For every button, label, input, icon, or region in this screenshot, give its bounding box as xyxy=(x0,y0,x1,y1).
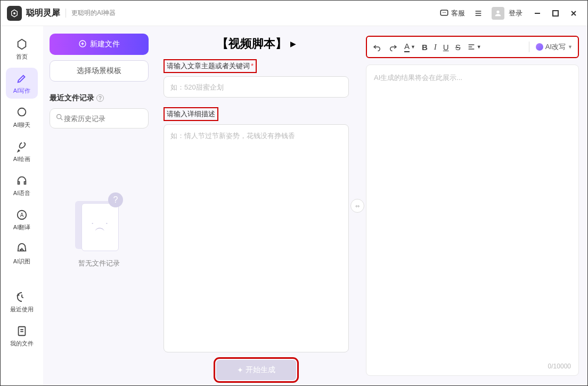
divider xyxy=(529,42,529,52)
nav-label: AI写作 xyxy=(13,87,30,95)
titlebar: 聪明灵犀 更聪明的AI神器 客服 登录 xyxy=(1,1,587,26)
description-textarea[interactable] xyxy=(164,124,349,352)
file-panel: 新建文件 选择场景模板 最近文件记录 ? ˙︵˙ ? 暂无文件记录 xyxy=(43,26,155,385)
nav-label: 我的文件 xyxy=(10,340,34,348)
minimize-icon xyxy=(534,10,541,17)
editor-toolbar: A ▼ B I U S ▼ AI改写 ▼ xyxy=(366,36,579,58)
avatar-icon xyxy=(492,7,504,20)
desc-label: 请输入详细描述 xyxy=(164,107,218,121)
empty-state: ˙︵˙ ? 暂无文件记录 xyxy=(50,192,149,268)
headphones-icon xyxy=(15,174,28,187)
image-icon xyxy=(15,243,28,255)
required-star: * xyxy=(251,62,254,70)
nav-label: AI识图 xyxy=(13,258,30,266)
character-counter: 0/10000 xyxy=(548,363,571,370)
strikethrough-button[interactable]: S xyxy=(455,43,461,52)
generate-button[interactable]: ✦ 开始生成 xyxy=(216,360,296,380)
customer-service-button[interactable]: 客服 xyxy=(435,6,469,20)
nav-label: AI翻译 xyxy=(13,223,30,231)
output-panel: ⇔ A ▼ B I U S ▼ AI改写 ▼ AI生成的结果将会在此展示... … xyxy=(357,26,587,385)
align-button[interactable]: ▼ xyxy=(467,43,481,51)
empty-illustration: ˙︵˙ ? xyxy=(75,192,123,251)
topic-input[interactable] xyxy=(164,76,349,98)
svg-point-12 xyxy=(57,115,61,119)
login-button[interactable]: 登录 xyxy=(487,5,527,22)
svg-point-7 xyxy=(18,108,26,116)
topic-label: 请输入文章主题或者关键词* xyxy=(164,59,257,73)
chat-bubble-icon xyxy=(439,9,449,18)
scene-template-label: 选择场景模板 xyxy=(77,66,121,75)
search-icon xyxy=(55,113,64,124)
output-placeholder: AI生成的结果将会在此展示... xyxy=(374,74,462,82)
app-name: 聪明灵犀 xyxy=(26,7,60,19)
nav-ai-translate[interactable]: A AI翻译 xyxy=(6,204,38,235)
chevron-down-icon: ▼ xyxy=(411,44,415,50)
plus-icon xyxy=(78,39,87,50)
close-icon xyxy=(570,10,577,17)
script-title: 【视频脚本】 xyxy=(217,36,287,52)
chat-icon xyxy=(15,106,28,119)
play-icon[interactable]: ▶ xyxy=(290,39,296,48)
new-file-label: 新建文件 xyxy=(90,39,120,49)
window-minimize-button[interactable] xyxy=(530,6,545,21)
svg-text:A: A xyxy=(20,212,24,218)
nav-ai-writing[interactable]: AI写作 xyxy=(6,68,38,99)
svg-point-5 xyxy=(496,10,499,13)
ai-rewrite-label: AI改写 xyxy=(545,42,566,52)
translate-icon: A xyxy=(15,208,28,221)
home-icon xyxy=(15,38,28,51)
nav-label: AI绘画 xyxy=(13,155,30,163)
new-file-button[interactable]: 新建文件 xyxy=(50,34,149,55)
align-icon xyxy=(467,43,476,51)
font-color-button[interactable]: A ▼ xyxy=(404,42,415,52)
nav-ai-chat[interactable]: AI聊天 xyxy=(6,102,38,133)
side-nav: 首页 AI写作 AI聊天 AI绘画 AI语音 A AI翻译 AI识图 xyxy=(1,26,43,385)
nav-home[interactable]: 首页 xyxy=(6,34,38,65)
nav-ai-paint[interactable]: AI绘画 xyxy=(6,136,38,167)
empty-text: 暂无文件记录 xyxy=(78,259,120,268)
undo-button[interactable] xyxy=(372,42,382,52)
generate-label: 开始生成 xyxy=(246,365,275,375)
nav-my-files[interactable]: 我的文件 xyxy=(6,320,38,351)
underline-button[interactable]: U xyxy=(443,43,449,52)
maximize-icon xyxy=(552,10,559,17)
font-color-icon: A xyxy=(404,42,410,52)
nav-ai-image[interactable]: AI识图 xyxy=(6,238,38,269)
logo-hex-icon xyxy=(10,9,19,18)
search-box[interactable] xyxy=(50,108,149,128)
output-area[interactable]: AI生成的结果将会在此展示... 0/10000 xyxy=(366,65,579,376)
hamburger-icon xyxy=(473,9,483,18)
nav-label: 首页 xyxy=(16,53,28,61)
clock-icon xyxy=(15,291,28,303)
sparkle-icon: ✦ xyxy=(237,366,243,374)
resize-handle[interactable]: ⇔ xyxy=(350,199,364,213)
app-logo xyxy=(7,6,22,21)
input-panel: 【视频脚本】 ▶ 请输入文章主题或者关键词* 请输入详细描述 ✦ 开始生成 xyxy=(155,26,357,385)
recent-files-heading: 最近文件记录 ? xyxy=(50,93,149,103)
help-icon[interactable]: ? xyxy=(96,94,104,102)
search-input[interactable] xyxy=(64,115,153,123)
bold-button[interactable]: B xyxy=(422,43,428,52)
undo-icon xyxy=(372,42,382,52)
ai-rewrite-button[interactable]: AI改写 ▼ xyxy=(536,42,573,52)
redo-button[interactable] xyxy=(388,42,398,52)
nav-ai-voice[interactable]: AI语音 xyxy=(6,170,38,201)
recent-files-label: 最近文件记录 xyxy=(50,93,94,103)
window-maximize-button[interactable] xyxy=(548,6,563,21)
app-subtitle: 更聪明的AI神器 xyxy=(66,9,116,18)
svg-rect-6 xyxy=(553,11,558,16)
redo-icon xyxy=(388,42,398,52)
customer-service-label: 客服 xyxy=(451,9,465,18)
pen-icon xyxy=(15,72,28,85)
chevron-down-icon: ▼ xyxy=(568,44,573,50)
scene-template-button[interactable]: 选择场景模板 xyxy=(50,60,149,82)
italic-button[interactable]: I xyxy=(434,43,437,52)
nav-recent[interactable]: 最近使用 xyxy=(6,286,38,317)
menu-button[interactable] xyxy=(469,6,487,20)
window-close-button[interactable] xyxy=(566,6,581,21)
svg-point-2 xyxy=(443,12,444,13)
file-icon xyxy=(15,325,28,337)
svg-point-4 xyxy=(445,12,446,13)
nav-label: AI语音 xyxy=(13,189,30,197)
nav-label: 最近使用 xyxy=(10,305,34,313)
